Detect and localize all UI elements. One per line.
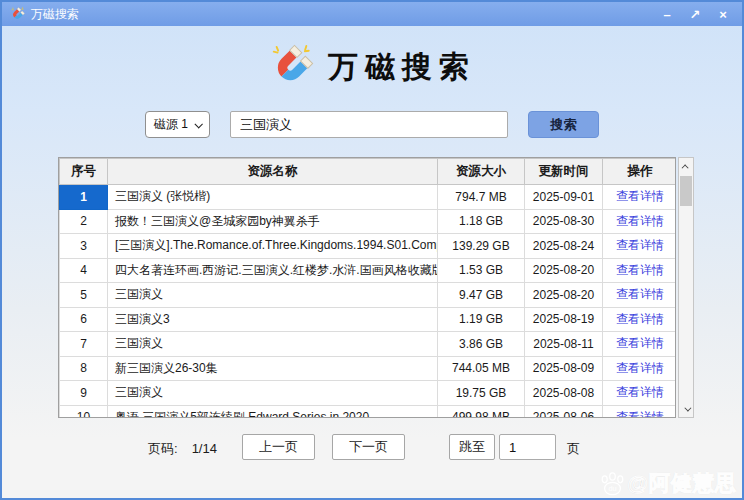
action-cell: 查看详情 [603, 356, 677, 381]
window-title: 万磁搜索 [31, 6, 79, 23]
update-date-cell: 2025-08-09 [525, 356, 603, 381]
action-cell: 查看详情 [603, 332, 677, 357]
view-details-link[interactable]: 查看详情 [616, 263, 664, 277]
row-index-cell: 4 [60, 258, 108, 283]
view-details-link[interactable]: 查看详情 [616, 238, 664, 252]
resource-size-cell: 1.53 GB [438, 258, 525, 283]
row-index-cell: 1 [60, 185, 108, 210]
action-cell: 查看详情 [603, 185, 677, 210]
scroll-down-button[interactable] [679, 401, 693, 417]
magnet-logo-icon [268, 44, 314, 90]
resource-name-cell: [三国演义].The.Romance.of.Three.Kingdoms.199… [108, 234, 438, 259]
titlebar[interactable]: 万磁搜索 – ↗ × [2, 2, 742, 26]
watermark: du @阿健慧思 [599, 469, 737, 497]
row-index-cell: 6 [60, 307, 108, 332]
results-table-body: 1三国演义 (张悦楷)794.7 MB2025-09-01查看详情2报数！三国演… [60, 185, 677, 419]
next-page-button[interactable]: 下一页 [332, 434, 405, 460]
app-window: 万磁搜索 – ↗ × 万磁搜索 磁源 1 搜索 序号资源名称资源大小更新时间操作… [0, 0, 744, 500]
jump-page-input[interactable] [499, 434, 556, 460]
column-header: 资源大小 [438, 159, 525, 185]
app-header: 万磁搜索 [2, 44, 742, 90]
resource-name-cell: 三国演义 [108, 332, 438, 357]
action-cell: 查看详情 [603, 381, 677, 406]
chevron-up-icon [681, 164, 688, 171]
table-row[interactable]: 9三国演义19.75 GB2025-08-08查看详情 [60, 381, 677, 406]
watermark-text: @阿健慧思 [628, 469, 737, 497]
page-value: 1/14 [192, 441, 217, 456]
window-controls: – ↗ × [656, 4, 734, 24]
page-title: 万磁搜索 [328, 47, 476, 88]
results-table: 序号资源名称资源大小更新时间操作 1三国演义 (张悦楷)794.7 MB2025… [59, 158, 676, 418]
source-select-value: 磁源 1 [154, 116, 188, 133]
resource-name-cell: 新三国演义26-30集 [108, 356, 438, 381]
row-index-cell: 2 [60, 209, 108, 234]
table-row[interactable]: 8新三国演义26-30集744.05 MB2025-08-09查看详情 [60, 356, 677, 381]
table-row[interactable]: 6三国演义31.19 GB2025-08-19查看详情 [60, 307, 677, 332]
update-date-cell: 2025-08-11 [525, 332, 603, 357]
results-table-container: 序号资源名称资源大小更新时间操作 1三国演义 (张悦楷)794.7 MB2025… [58, 157, 676, 418]
table-row[interactable]: 7三国演义3.86 GB2025-08-11查看详情 [60, 332, 677, 357]
update-date-cell: 2025-08-30 [525, 209, 603, 234]
update-date-cell: 2025-08-24 [525, 234, 603, 259]
table-row[interactable]: 1三国演义 (张悦楷)794.7 MB2025-09-01查看详情 [60, 185, 677, 210]
resource-size-cell: 3.86 GB [438, 332, 525, 357]
prev-page-button[interactable]: 上一页 [242, 434, 315, 460]
row-index-cell: 7 [60, 332, 108, 357]
row-index-cell: 8 [60, 356, 108, 381]
table-row[interactable]: 10粤语 三国演义5部连续剧.Edward.Series.in.2020499.… [60, 405, 677, 418]
maximize-button[interactable]: ↗ [684, 4, 706, 24]
column-header: 操作 [603, 159, 677, 185]
action-cell: 查看详情 [603, 307, 677, 332]
table-row[interactable]: 3[三国演义].The.Romance.of.Three.Kingdoms.19… [60, 234, 677, 259]
row-index-cell: 3 [60, 234, 108, 259]
resource-size-cell: 744.05 MB [438, 356, 525, 381]
view-details-link[interactable]: 查看详情 [616, 410, 664, 418]
view-details-link[interactable]: 查看详情 [616, 361, 664, 375]
chevron-down-icon [194, 120, 202, 128]
action-cell: 查看详情 [603, 283, 677, 308]
resource-size-cell: 9.47 GB [438, 283, 525, 308]
update-date-cell: 2025-08-20 [525, 258, 603, 283]
chevron-down-icon [684, 404, 691, 411]
view-details-link[interactable]: 查看详情 [616, 189, 664, 203]
action-cell: 查看详情 [603, 209, 677, 234]
search-bar: 磁源 1 搜索 [2, 111, 742, 138]
resource-name-cell: 三国演义 [108, 381, 438, 406]
resource-size-cell: 1.18 GB [438, 209, 525, 234]
update-date-cell: 2025-08-08 [525, 381, 603, 406]
resource-size-cell: 19.75 GB [438, 381, 525, 406]
update-date-cell: 2025-08-20 [525, 283, 603, 308]
scrollbar-thumb[interactable] [680, 176, 692, 206]
search-button[interactable]: 搜索 [528, 111, 599, 138]
view-details-link[interactable]: 查看详情 [616, 336, 664, 350]
resource-size-cell: 794.7 MB [438, 185, 525, 210]
resource-size-cell: 139.29 GB [438, 234, 525, 259]
minimize-button[interactable]: – [656, 4, 678, 24]
action-cell: 查看详情 [603, 258, 677, 283]
page-unit-label: 页 [567, 440, 580, 458]
table-row[interactable]: 5三国演义9.47 GB2025-08-20查看详情 [60, 283, 677, 308]
view-details-link[interactable]: 查看详情 [616, 385, 664, 399]
paw-text: du [608, 484, 616, 493]
page-indicator: 页码:1/14 [148, 440, 217, 458]
scroll-up-button[interactable] [679, 158, 693, 174]
search-input[interactable] [230, 111, 508, 138]
magnet-source-select[interactable]: 磁源 1 [145, 111, 210, 138]
update-date-cell: 2025-09-01 [525, 185, 603, 210]
column-header: 序号 [60, 159, 108, 185]
table-row[interactable]: 2报数！三国演义@圣城家园by神翼杀手1.18 GB2025-08-30查看详情 [60, 209, 677, 234]
jump-to-button[interactable]: 跳至 [449, 434, 495, 460]
resource-size-cell: 499.98 MB [438, 405, 525, 418]
update-date-cell: 2025-08-19 [525, 307, 603, 332]
table-scrollbar[interactable] [678, 157, 694, 418]
action-cell: 查看详情 [603, 405, 677, 418]
view-details-link[interactable]: 查看详情 [616, 312, 664, 326]
view-details-link[interactable]: 查看详情 [616, 214, 664, 228]
close-button[interactable]: × [712, 4, 734, 24]
resource-name-cell: 四大名著连环画.西游记.三国演义.红楼梦.水浒.国画风格收藏版 [108, 258, 438, 283]
paw-icon: du [599, 470, 626, 497]
table-row[interactable]: 4四大名著连环画.西游记.三国演义.红楼梦.水浒.国画风格收藏版1.53 GB2… [60, 258, 677, 283]
resource-size-cell: 1.19 GB [438, 307, 525, 332]
view-details-link[interactable]: 查看详情 [616, 287, 664, 301]
page-label: 页码: [148, 441, 178, 456]
